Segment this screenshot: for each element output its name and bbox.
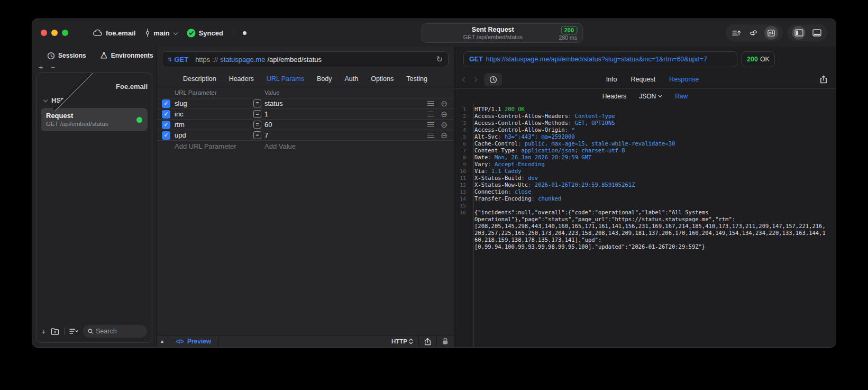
tab-body[interactable]: Body (317, 75, 332, 83)
resend-request-button[interactable] (764, 26, 778, 40)
close-window-button[interactable] (41, 30, 47, 36)
response-nav: Info Request Response (454, 70, 836, 88)
equals-icon: = (253, 110, 261, 118)
code-line: 8Date: Mon, 26 Jan 2026 20:29:59 GMT (454, 154, 836, 161)
tab-request[interactable]: Request (631, 76, 656, 83)
line-content: HTTP/1.1 200 OK (469, 106, 525, 113)
param-checkbox[interactable]: ✓ (162, 99, 170, 108)
param-value[interactable]: 7 (264, 131, 427, 139)
tab-testing[interactable]: Testing (406, 75, 427, 83)
tree-item-foe-email[interactable]: Foe.email (41, 79, 148, 93)
tab-sessions[interactable]: Sessions (47, 52, 86, 60)
remove-row-icon[interactable]: ⊖ (441, 131, 447, 139)
code-line: Operational"},"page":"status","page_url"… (454, 216, 836, 223)
remove-row-icon[interactable]: ⊖ (441, 99, 447, 107)
sync-label: Synced (199, 29, 223, 37)
remove-session-button[interactable]: − (51, 65, 56, 71)
minimize-window-button[interactable] (51, 30, 58, 36)
param-name[interactable]: upd (175, 131, 253, 139)
sort-filter-button[interactable] (69, 328, 78, 334)
request-url-bar[interactable]: ⇅ GET https://statuspage.me/api/embed/st… (162, 51, 449, 67)
sync-status[interactable]: Synced (187, 29, 223, 38)
row-menu-icon[interactable] (427, 101, 434, 106)
add-value-placeholder[interactable]: Add Value (264, 142, 296, 150)
sent-request-url[interactable]: GET https://statuspage.me/api/embed/stat… (463, 51, 737, 67)
line-content: X-Status-Now-Utc: 2026-01-26T20:29:59.85… (469, 182, 635, 188)
mock-button[interactable] (747, 27, 759, 39)
tab-headers[interactable]: Headers (229, 75, 254, 83)
subtab-headers[interactable]: Headers (602, 93, 626, 100)
activity-title: Sent Request (427, 26, 559, 34)
line-number: 16 (454, 209, 469, 216)
param-name[interactable]: rtm (175, 121, 253, 129)
line-number (454, 223, 469, 230)
history-button[interactable] (484, 73, 502, 86)
protocol-selector[interactable]: HTTP (386, 338, 418, 344)
refresh-icon[interactable]: ↻ (436, 55, 443, 64)
export-response-button[interactable] (820, 75, 827, 84)
swap-arrows-box-icon (767, 29, 775, 37)
zoom-window-button[interactable] (62, 30, 68, 36)
param-name[interactable]: inc (175, 110, 253, 118)
add-param-row[interactable]: Add URL Parameter Add Value (157, 140, 454, 152)
response-status-text: OK (760, 56, 770, 63)
tab-url-params[interactable]: URL Params (267, 75, 304, 83)
sent-method: GET (469, 56, 483, 63)
param-name[interactable]: slug (175, 99, 253, 107)
method-stepper-icon[interactable]: ⇅ (168, 57, 172, 62)
row-menu-icon[interactable] (427, 133, 434, 138)
params-table: ✓slug=status⊖✓inc=1⊖✓rtm=60⊖✓upd=7⊖ (157, 98, 454, 140)
subtab-raw[interactable]: Raw (675, 93, 688, 100)
tab-auth[interactable]: Auth (344, 75, 358, 83)
url-path: /api/embed/status (267, 56, 322, 64)
toggle-sidebar-button[interactable] (792, 26, 806, 40)
row-menu-icon[interactable] (427, 112, 434, 117)
param-value[interactable]: 1 (264, 110, 427, 118)
response-body-viewer[interactable]: 1HTTP/1.1 200 OK2Access-Control-Allow-He… (454, 103, 836, 347)
tab-description[interactable]: Description (183, 75, 216, 83)
param-checkbox[interactable]: ✓ (162, 131, 170, 140)
code-line: 12X-Status-Now-Utc: 2026-01-26T20:29:59.… (454, 182, 836, 188)
remove-row-icon[interactable]: ⊖ (441, 121, 447, 129)
tab-environments[interactable]: Environments (100, 52, 153, 60)
request-editor-panel: ⇅ GET https://statuspage.me/api/embed/st… (157, 47, 454, 347)
tab-response[interactable]: Response (669, 76, 699, 83)
subtab-json[interactable]: JSON (639, 93, 662, 100)
new-request-button[interactable]: + (41, 327, 46, 336)
tab-info[interactable]: Info (606, 76, 617, 83)
code-line: 203,257,225,165,250,173,204,223,158,208,… (454, 230, 836, 237)
traffic-lights (41, 30, 68, 36)
synced-check-icon (187, 29, 196, 38)
import-export-button[interactable] (730, 27, 742, 39)
line-content: X-Status-Build: dev (469, 175, 538, 182)
history-back-button[interactable] (462, 77, 468, 82)
toggle-bottom-panel-button[interactable] (811, 27, 823, 39)
param-checkbox[interactable]: ✓ (162, 110, 170, 119)
remove-row-icon[interactable]: ⊖ (441, 110, 447, 118)
tab-sessions-label: Sessions (58, 52, 86, 59)
tab-options[interactable]: Options (371, 75, 394, 83)
branch-selector[interactable]: main (145, 29, 177, 37)
param-checkbox[interactable]: ✓ (162, 121, 170, 129)
param-value[interactable]: 60 (264, 121, 427, 129)
request-list-item-selected[interactable]: Request GET /api/embed/status (41, 108, 148, 131)
sidebar-search[interactable] (83, 325, 147, 338)
code-line: 10Via: 1.1 Caddy (454, 168, 836, 175)
line-content: [0,99.94,100,99.93,99.98,99.95,100],"upd… (469, 243, 705, 250)
add-param-placeholder[interactable]: Add URL Parameter (175, 142, 236, 150)
project-button[interactable]: foe.email (93, 29, 135, 37)
history-forward-button[interactable] (472, 77, 478, 82)
activity-pill[interactable]: Sent Request GET /api/embed/status 200 2… (421, 23, 583, 43)
search-input[interactable] (96, 328, 142, 335)
new-group-button[interactable] (51, 328, 59, 335)
add-session-button[interactable]: + (39, 65, 43, 71)
collapse-panel-button[interactable]: ▲ (157, 335, 168, 347)
branch-name: main (153, 29, 169, 37)
preview-button[interactable]: </> Preview (168, 335, 219, 347)
request-method[interactable]: GET (174, 56, 188, 64)
list-chevron-icon (69, 328, 78, 334)
share-request-button[interactable] (419, 338, 436, 346)
row-menu-icon[interactable] (427, 122, 434, 128)
param-value[interactable]: status (264, 99, 427, 107)
lock-button[interactable] (437, 338, 454, 345)
